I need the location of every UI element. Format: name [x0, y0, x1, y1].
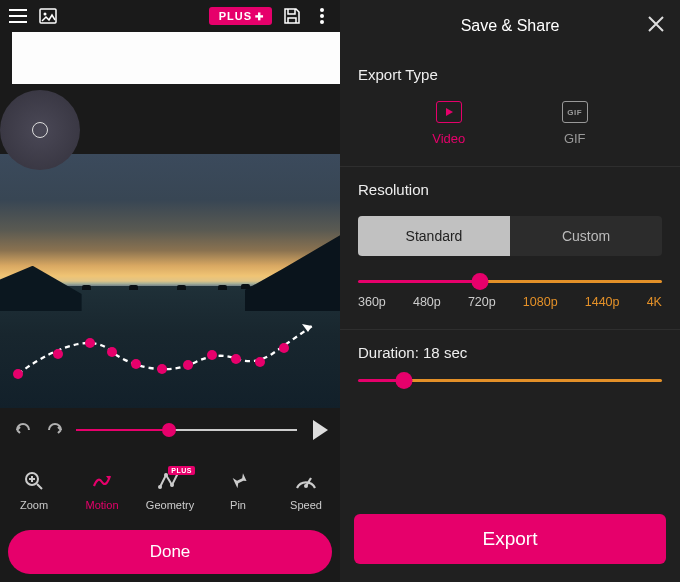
undo-button[interactable] — [12, 419, 34, 441]
magnifier-lens[interactable] — [0, 90, 80, 170]
svg-point-4 — [320, 20, 324, 24]
svg-point-8 — [107, 347, 117, 357]
preview-top-strip — [12, 32, 340, 84]
seg-standard[interactable]: Standard — [358, 216, 510, 256]
tool-label: Speed — [290, 499, 322, 511]
resolution-label: Resolution — [358, 181, 662, 198]
tool-tabs: Zoom Motion PLUS Geometry Pin Speed — [0, 452, 340, 526]
tool-label: Geometry — [146, 499, 194, 511]
tool-geometry[interactable]: PLUS Geometry — [139, 469, 201, 511]
play-button[interactable] — [313, 420, 328, 440]
svg-point-17 — [158, 485, 162, 489]
timeline-slider[interactable] — [76, 418, 297, 442]
svg-point-15 — [279, 343, 289, 353]
timeline-bar — [0, 408, 340, 452]
tool-label: Pin — [230, 499, 246, 511]
svg-point-10 — [157, 364, 167, 374]
svg-point-5 — [13, 369, 23, 379]
speed-icon — [294, 469, 318, 493]
plus-badge[interactable]: PLUS — [209, 7, 272, 25]
tool-label: Zoom — [20, 499, 48, 511]
duration-section: Duration: 18 sec — [340, 330, 680, 414]
motion-path[interactable] — [0, 154, 340, 408]
svg-point-13 — [231, 354, 241, 364]
panel-title: Save & Share — [461, 17, 560, 35]
svg-point-3 — [320, 14, 324, 18]
done-button[interactable]: Done — [8, 530, 332, 574]
svg-point-11 — [183, 360, 193, 370]
resolution-segmented[interactable]: Standard Custom — [358, 216, 662, 256]
more-icon[interactable] — [312, 6, 332, 26]
duration-label: Duration: 18 sec — [358, 344, 662, 361]
svg-point-9 — [131, 359, 141, 369]
tool-motion[interactable]: Motion — [71, 469, 133, 511]
export-button[interactable]: Export — [354, 514, 666, 564]
svg-point-1 — [44, 13, 47, 16]
top-toolbar: PLUS — [0, 0, 340, 32]
close-button[interactable] — [646, 14, 666, 34]
editor-panel: PLUS — [0, 0, 340, 582]
tool-pin[interactable]: Pin — [207, 469, 269, 511]
video-icon — [436, 101, 462, 123]
image-icon[interactable] — [38, 6, 58, 26]
svg-point-7 — [85, 338, 95, 348]
motion-icon — [90, 469, 114, 493]
save-icon[interactable] — [282, 6, 302, 26]
menu-icon[interactable] — [8, 6, 28, 26]
resolution-labels: 360p 480p 720p 1080p 1440p 4K — [358, 295, 662, 309]
redo-button[interactable] — [44, 419, 66, 441]
pin-icon — [226, 469, 250, 493]
seg-custom[interactable]: Custom — [510, 216, 662, 256]
svg-point-12 — [207, 350, 217, 360]
tool-zoom[interactable]: Zoom — [3, 469, 65, 511]
photo-canvas[interactable] — [0, 154, 340, 408]
svg-point-2 — [320, 8, 324, 12]
tool-speed[interactable]: Speed — [275, 469, 337, 511]
plus-badge-small: PLUS — [168, 466, 195, 475]
export-type-section: Export Type Video GIF GIF — [340, 52, 680, 167]
resolution-section: Resolution Standard Custom 360p 480p 720… — [340, 167, 680, 330]
resolution-slider[interactable]: 360p 480p 720p 1080p 1440p 4K — [358, 280, 662, 309]
export-type-video[interactable]: Video — [432, 101, 465, 146]
svg-point-14 — [255, 357, 265, 367]
svg-point-6 — [53, 349, 63, 359]
gif-icon: GIF — [562, 101, 588, 123]
duration-slider[interactable] — [358, 379, 662, 382]
tool-label: Motion — [85, 499, 118, 511]
zoom-icon — [22, 469, 46, 493]
preview-area[interactable] — [0, 32, 340, 408]
export-type-label-text: GIF — [564, 131, 586, 146]
save-share-panel: Save & Share Export Type Video GIF GIF R… — [340, 0, 680, 582]
export-type-label-text: Video — [432, 131, 465, 146]
lens-ring-icon — [32, 122, 48, 138]
export-type-gif[interactable]: GIF GIF — [562, 101, 588, 146]
svg-point-21 — [304, 484, 308, 488]
svg-point-19 — [170, 483, 174, 487]
export-type-label: Export Type — [358, 66, 662, 83]
panel-header: Save & Share — [340, 0, 680, 52]
